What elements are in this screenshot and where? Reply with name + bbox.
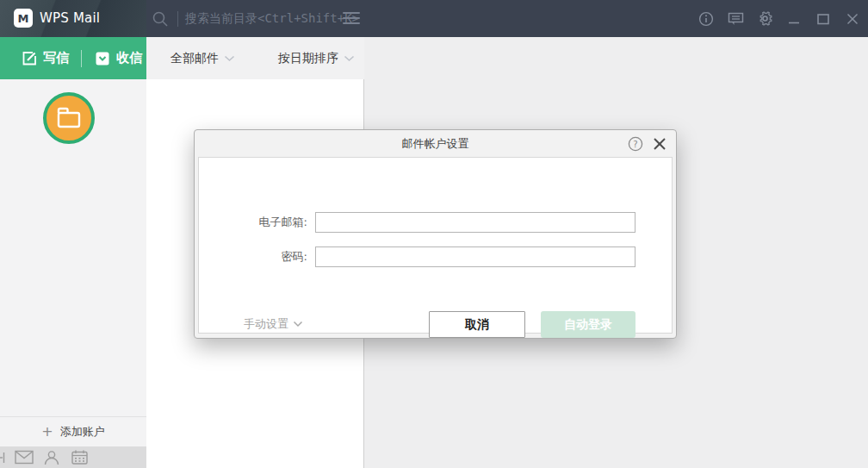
add-account-label: 添加账户 xyxy=(60,424,105,440)
receive-icon xyxy=(95,51,110,66)
email-label: 电子邮箱: xyxy=(199,212,307,233)
manual-setup-link[interactable]: 手动设置 xyxy=(244,316,303,332)
search-separator xyxy=(177,11,178,27)
selected-module-notch xyxy=(15,441,28,446)
mail-account-settings-dialog: 邮件帐户设置 ? 电子邮箱: 密码: 手动设置 xyxy=(194,129,677,339)
brand-area: M WPS Mail xyxy=(0,0,146,37)
account-folder-icon[interactable] xyxy=(43,92,95,144)
mail-module-icon[interactable] xyxy=(14,449,34,466)
password-field[interactable] xyxy=(315,246,636,267)
svg-text:?: ? xyxy=(633,140,637,149)
email-field[interactable] xyxy=(315,212,636,233)
logo-letter: M xyxy=(18,12,29,25)
cancel-button[interactable]: 取消 xyxy=(429,311,525,338)
help-icon[interactable]: ? xyxy=(628,136,643,152)
search-input[interactable]: 搜索当前目录<Ctrl+Shift+K> xyxy=(146,0,359,37)
wps-mail-logo-icon: M xyxy=(14,9,33,28)
compose-icon xyxy=(22,51,37,66)
dialog-title: 邮件帐户设置 xyxy=(195,130,676,157)
dialog-titlebar[interactable]: 邮件帐户设置 ? xyxy=(195,130,676,157)
info-icon[interactable] xyxy=(698,10,715,28)
calendar-module-icon[interactable] xyxy=(69,449,90,466)
collapse-panel-icon[interactable] xyxy=(0,449,7,466)
dialog-body: 电子邮箱: 密码: 手动设置 取消 自动登录 xyxy=(198,157,673,334)
manual-setup-label: 手动设置 xyxy=(244,316,288,332)
mail-toolbar: 写信 收信 xyxy=(0,37,146,79)
compose-button[interactable]: 写信 xyxy=(22,50,69,66)
module-bar xyxy=(0,446,146,468)
compose-label: 写信 xyxy=(43,50,69,66)
search-placeholder: 搜索当前目录<Ctrl+Shift+K> xyxy=(185,11,359,27)
receive-button[interactable]: 收信 xyxy=(95,50,142,66)
settings-gear-icon[interactable] xyxy=(756,10,773,28)
contacts-module-icon[interactable] xyxy=(41,449,62,466)
receive-label: 收信 xyxy=(116,50,142,66)
dialog-close-icon[interactable] xyxy=(652,136,667,152)
mail-filter-dropdown[interactable]: 全部邮件 xyxy=(170,51,235,66)
minimize-button[interactable] xyxy=(785,10,803,28)
toolbar-separator xyxy=(81,50,82,67)
plus-icon: + xyxy=(41,425,53,439)
chevron-down-icon xyxy=(224,55,235,62)
search-icon xyxy=(152,10,169,28)
feedback-icon[interactable] xyxy=(727,10,744,28)
titlebar: M WPS Mail 搜索当前目录<Ctrl+Shift+K> xyxy=(0,0,868,37)
mail-list-header: 全部邮件 按日期排序 xyxy=(146,37,364,79)
auto-login-label: 自动登录 xyxy=(564,317,612,333)
maximize-button[interactable] xyxy=(815,10,832,28)
mail-filter-label: 全部邮件 xyxy=(170,51,219,66)
mail-sort-label: 按日期排序 xyxy=(278,51,338,66)
chevron-down-icon xyxy=(344,55,355,62)
password-label: 密码: xyxy=(199,246,307,267)
chevron-down-icon xyxy=(293,321,303,328)
mail-sort-dropdown[interactable]: 按日期排序 xyxy=(278,51,355,66)
cancel-label: 取消 xyxy=(465,317,489,333)
wps-mail-window: M WPS Mail 搜索当前目录<Ctrl+Shift+K> xyxy=(0,0,868,468)
close-window-button[interactable] xyxy=(844,10,861,28)
menu-icon[interactable] xyxy=(343,10,360,26)
app-title: WPS Mail xyxy=(40,10,100,26)
auto-login-button[interactable]: 自动登录 xyxy=(541,311,636,338)
